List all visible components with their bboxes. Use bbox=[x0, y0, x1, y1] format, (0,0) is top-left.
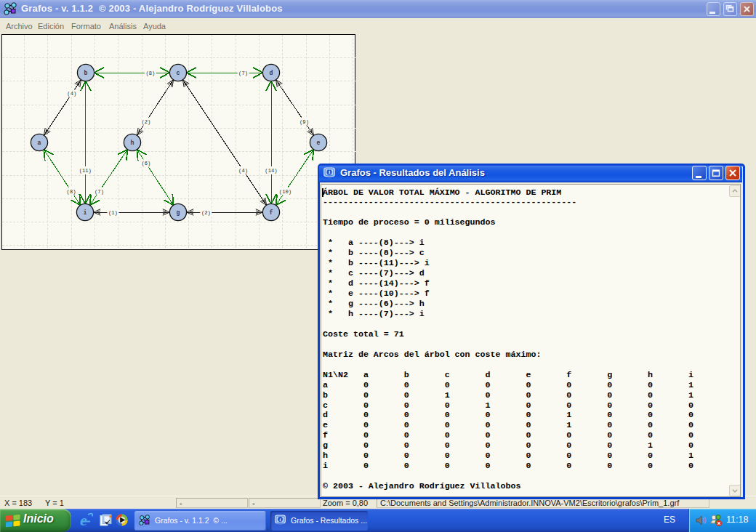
svg-text:(4): (4) bbox=[67, 91, 76, 97]
svg-text:a: a bbox=[38, 140, 41, 146]
svg-text:(6): (6) bbox=[141, 161, 150, 166]
svg-text:(10): (10) bbox=[279, 189, 291, 195]
svg-text:(2): (2) bbox=[201, 210, 211, 216]
svg-text:(7): (7) bbox=[238, 70, 248, 76]
svg-text:(8): (8) bbox=[145, 70, 155, 76]
svg-text:(11): (11) bbox=[79, 168, 92, 174]
svg-text:i: i bbox=[280, 517, 281, 523]
svg-text:h: h bbox=[131, 140, 134, 146]
svg-text:(8): (8) bbox=[67, 189, 76, 195]
svg-text:(1): (1) bbox=[108, 210, 118, 216]
svg-text:(4): (4) bbox=[238, 168, 248, 174]
svg-text:i: i bbox=[329, 169, 330, 175]
svg-text:c: c bbox=[177, 70, 180, 76]
svg-text:(9): (9) bbox=[299, 119, 309, 125]
svg-text:(7): (7) bbox=[94, 189, 104, 195]
svg-text:e: e bbox=[80, 512, 87, 528]
svg-text:e: e bbox=[317, 140, 321, 146]
svg-text:i: i bbox=[84, 209, 87, 216]
svg-text:b: b bbox=[84, 70, 88, 76]
svg-text:(2): (2) bbox=[141, 119, 150, 125]
svg-text:f: f bbox=[270, 209, 273, 216]
svg-text:d: d bbox=[270, 70, 273, 76]
svg-text:g: g bbox=[177, 209, 180, 216]
svg-text:(14): (14) bbox=[265, 168, 277, 174]
